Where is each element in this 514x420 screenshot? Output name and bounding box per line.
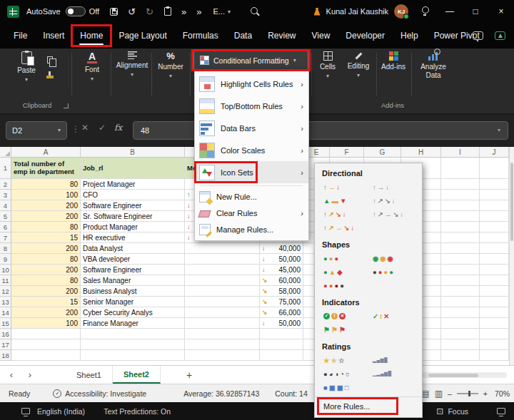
- cell-B15[interactable]: Finance Manager: [81, 318, 185, 329]
- menu-item-clear-rules[interactable]: Clear Rules›: [195, 205, 308, 221]
- close-button[interactable]: ×: [488, 0, 514, 23]
- cell-A12[interactable]: 200: [11, 286, 81, 297]
- maximize-button[interactable]: □: [463, 0, 488, 23]
- menu-item-more-rules[interactable]: More Rules...: [315, 396, 422, 415]
- cell-J6[interactable]: [480, 222, 509, 232]
- icon-set-option-3-flags[interactable]: ⚑⚑⚑: [319, 324, 367, 336]
- menu-tab-help[interactable]: Help: [393, 23, 426, 48]
- editing-group-button[interactable]: Editing ▾: [343, 48, 374, 78]
- icon-set-option-3-traffic-lights-unrimmed[interactable]: ●●●: [319, 252, 367, 265]
- menu-item-new-rule[interactable]: New Rule...: [195, 188, 308, 205]
- cell-C9[interactable]: [185, 254, 260, 265]
- search-icon[interactable]: [251, 7, 260, 16]
- cell-B3[interactable]: CFO: [81, 190, 185, 200]
- promo-flask-icon[interactable]: [314, 8, 321, 16]
- menu-item-color-scales[interactable]: Color Scales›: [195, 139, 308, 161]
- cell-C8[interactable]: [185, 243, 260, 254]
- confirm-entry-icon[interactable]: ✓: [99, 123, 106, 133]
- language-keyboard-icon[interactable]: [21, 408, 30, 414]
- menu-item-highlight-cells-rules[interactable]: Highlight Cells Rules›: [195, 73, 308, 95]
- copy-button[interactable]: [43, 54, 57, 66]
- row-header-10[interactable]: 10: [0, 265, 11, 275]
- cell-C12[interactable]: [185, 286, 260, 297]
- icon-set-option-4-traffic-lights[interactable]: ●●●●: [368, 266, 416, 278]
- icon-set-option-3-signs[interactable]: ●▲◆: [319, 266, 367, 278]
- menu-tab-formulas[interactable]: Formulas: [175, 23, 226, 48]
- menu-item-top-bottom-rules[interactable]: Top/Bottom Rules›: [195, 95, 308, 117]
- cell-D11[interactable]: ↘60,000: [260, 275, 303, 286]
- cell-B12[interactable]: Business Analyst: [81, 286, 185, 297]
- cell-D15[interactable]: ↓50,000: [260, 318, 303, 329]
- column-header-H[interactable]: H: [401, 147, 441, 158]
- cell-A9[interactable]: 80: [11, 254, 81, 265]
- cell-J14[interactable]: [480, 307, 509, 318]
- cell-I13[interactable]: [441, 297, 480, 307]
- icon-set-option-3-triangles[interactable]: ▲▬▼: [319, 195, 367, 207]
- cell-I11[interactable]: [441, 275, 480, 286]
- cell-C18[interactable]: [185, 350, 260, 361]
- cell-J3[interactable]: [480, 190, 509, 200]
- row-header-7[interactable]: 7: [0, 232, 11, 243]
- sheet-tab-sheet2[interactable]: Sheet2: [113, 366, 161, 384]
- cell-B17[interactable]: [81, 339, 185, 350]
- autosave-toggle[interactable]: [66, 6, 86, 16]
- cell-J5[interactable]: [480, 211, 509, 222]
- row-header-2[interactable]: 2: [0, 179, 11, 190]
- cell-A15[interactable]: 100: [11, 318, 81, 329]
- cell-B13[interactable]: Senior Manager: [81, 297, 185, 307]
- cell-J16[interactable]: [480, 329, 509, 339]
- toolbar-overflow-icon[interactable]: »: [181, 7, 186, 16]
- cell-J10[interactable]: [480, 265, 509, 275]
- cell-I15[interactable]: [441, 318, 480, 329]
- cell-J9[interactable]: [480, 254, 509, 265]
- icon-set-option-3-traffic-lights-rimmed[interactable]: ◉◉◉: [368, 252, 416, 265]
- cell-C17[interactable]: [185, 339, 260, 350]
- minimize-button[interactable]: —: [437, 0, 463, 23]
- lightbulb-icon[interactable]: [421, 6, 428, 16]
- display-settings-icon[interactable]: [497, 408, 505, 414]
- cell-J12[interactable]: [480, 286, 509, 297]
- cell-D16[interactable]: [260, 329, 303, 339]
- cell-B10[interactable]: Software Engineer: [81, 265, 185, 275]
- cell-B9[interactable]: VBA developer: [81, 254, 185, 265]
- sheet-tab-sheet1[interactable]: Sheet1: [66, 366, 113, 384]
- user-name[interactable]: Kunal Jai Kaushik: [326, 7, 388, 16]
- cell-C14[interactable]: [185, 307, 260, 318]
- font-group-button[interactable]: A Font ▾: [76, 48, 109, 82]
- cell-A16[interactable]: [11, 329, 81, 339]
- cell-D18[interactable]: [260, 350, 303, 361]
- cells-group-button[interactable]: Cells ▾: [314, 48, 341, 79]
- cell-D9[interactable]: ↓50,000: [260, 254, 303, 265]
- alignment-group-button[interactable]: Alignment ▾: [114, 48, 151, 78]
- excel-logo-icon[interactable]: [7, 6, 19, 18]
- text-predictions-label[interactable]: Text Predictions: On: [104, 407, 171, 416]
- add-ins-button[interactable]: Add-ins: [378, 48, 408, 71]
- cell-C16[interactable]: [185, 329, 260, 339]
- row-header-15[interactable]: 15: [0, 318, 11, 329]
- clipboard-dialog-launcher-icon[interactable]: [64, 103, 69, 108]
- cell-A10[interactable]: 200: [11, 265, 81, 275]
- icon-set-option-3-symbols-circled[interactable]: ✓!✕: [319, 310, 367, 322]
- cell-I12[interactable]: [441, 286, 480, 297]
- row-header-11[interactable]: 11: [0, 275, 11, 286]
- row-header-3[interactable]: 3: [0, 190, 11, 200]
- avatar[interactable]: KJ: [394, 4, 408, 19]
- cell-A2[interactable]: 80: [11, 179, 81, 190]
- formula-input[interactable]: 48 ▾: [133, 121, 508, 140]
- cell-J1[interactable]: [480, 158, 509, 179]
- cell-I7[interactable]: [441, 232, 480, 243]
- cell-J2[interactable]: [480, 179, 509, 190]
- cell-D8[interactable]: ↓40,000: [260, 243, 303, 254]
- paste-button[interactable]: Paste ▾: [11, 48, 41, 83]
- row-header-9[interactable]: 9: [0, 254, 11, 265]
- icon-set-option-4-arrows-gray[interactable]: ↑↗↘↓: [368, 195, 416, 207]
- zoom-out-button[interactable]: –: [448, 389, 452, 398]
- row-header-1[interactable]: 1: [0, 158, 11, 179]
- row-header-4[interactable]: 4: [0, 200, 11, 211]
- cell-I14[interactable]: [441, 307, 480, 318]
- cell-B14[interactable]: Cyber Security Analys: [81, 307, 185, 318]
- cell-J18[interactable]: [480, 350, 509, 361]
- icon-set-option-red-to-black[interactable]: ●●●●: [319, 280, 367, 292]
- document-title[interactable]: E... ▾: [213, 7, 231, 16]
- cell-A7[interactable]: 15: [11, 232, 81, 243]
